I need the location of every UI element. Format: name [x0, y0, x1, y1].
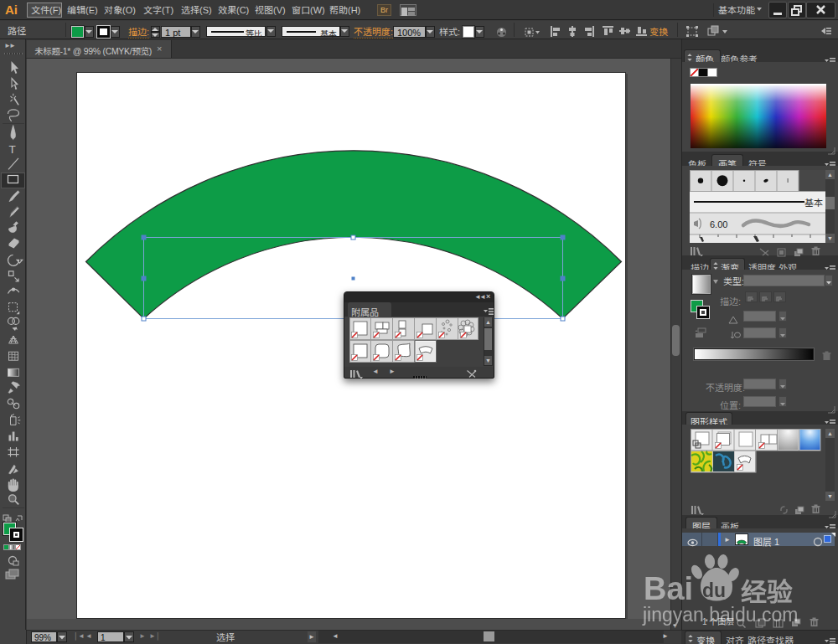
svg-text:基本: 基本	[804, 198, 823, 208]
svg-text:T: T	[9, 143, 16, 156]
svg-text:6.00: 6.00	[710, 219, 727, 229]
